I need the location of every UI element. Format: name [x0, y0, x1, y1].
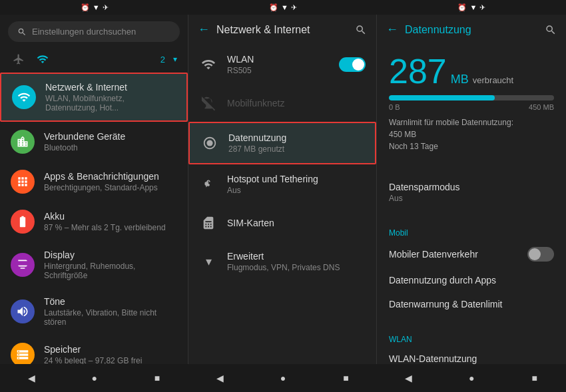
sidebar-item-network[interactable]: Netzwerk & Internet WLAN, Mobilfunknetz,… [0, 73, 188, 122]
warn-text: Warnlimit für mobile Datennutzung: [389, 118, 513, 127]
wlan-toggle[interactable] [339, 57, 366, 72]
sidebar-item-devices[interactable]: Verbundene Geräte Bluetooth [0, 122, 188, 162]
advanced-text: Erweitert Flugmodus, VPN, Privates DNS [227, 251, 366, 272]
sidebar-item-display[interactable]: Display Hintergrund, Ruhemodus, Schriftg… [0, 242, 188, 288]
status-bar-center: ⏰ ▼ ✈ [188, 3, 377, 12]
recents-nav-button-2[interactable]: ■ [335, 367, 356, 389]
status-bar-right: ⏰ ▼ ✈ [378, 3, 566, 12]
wlan-datausage-title: WLAN-Datennutzung [389, 353, 554, 364]
notification-badge: 2 [160, 55, 165, 65]
progress-max-label: 450 MB [529, 103, 554, 111]
settings-panel: Einstellungen durchsuchen 2 ▾ Netzwerk &… [0, 15, 188, 364]
datausage-icon [200, 134, 219, 152]
search-icon [17, 27, 27, 37]
storage-subtitle: 24 % belegt – 97,82 GB frei [44, 356, 142, 364]
back-nav-button-2[interactable]: ◀ [210, 367, 231, 389]
display-subtitle: Hintergrund, Ruhemodus, Schriftgröße [44, 262, 177, 280]
chevron-down-icon[interactable]: ▾ [173, 55, 177, 64]
progress-min-label: 0 B [389, 103, 400, 111]
wlan-text: WLAN RS505 [227, 54, 330, 75]
status-bar: ⏰ ▼ ✈ ⏰ ▼ ✈ ⏰ ▼ ✈ [0, 0, 566, 15]
home-nav-button-2[interactable]: ● [272, 367, 294, 389]
home-nav-button[interactable]: ● [84, 367, 105, 389]
nav-section-left: ◀ ● ■ [0, 367, 188, 389]
network-item-wlan[interactable]: WLAN RS505 [188, 45, 376, 85]
recents-nav-button-3[interactable]: ■ [524, 367, 545, 389]
devices-icon [11, 130, 35, 154]
sim-title: SIM-Karten [227, 218, 366, 228]
mobil-section-label: Mobil [377, 223, 566, 240]
network-item-advanced[interactable]: ▾ Erweitert Flugmodus, VPN, Privates DNS [188, 242, 376, 282]
network-panel-header: ← Netzwerk & Internet [188, 15, 376, 45]
mobile-data-row[interactable]: Mobiler Datenverkehr [377, 240, 566, 268]
settings-list: Netzwerk & Internet WLAN, Mobilfunknetz,… [0, 73, 188, 364]
datensparmodus-item[interactable]: Datensparmodus Aus [377, 175, 566, 210]
data-number: 287 [389, 54, 447, 89]
storage-icon [11, 343, 35, 364]
back-button[interactable]: ← [198, 23, 210, 37]
signal-icon-right: ▼ [469, 3, 477, 11]
wifi-icon-center: ✈ [291, 3, 297, 12]
back-nav-button[interactable]: ◀ [21, 367, 42, 389]
wlan-section-label: WLAN [377, 329, 566, 347]
network-text: Netzwerk & Internet WLAN, Mobilfunknetz,… [45, 82, 176, 112]
wlan-subtitle: RS505 [227, 66, 330, 75]
quick-icons-row: 2 ▾ [0, 49, 188, 73]
wifi-icon-right: ✈ [479, 3, 485, 12]
hotspot-icon [199, 175, 218, 194]
mobile-text: Mobilfunknetz [227, 98, 366, 108]
alarm-icon: ⏰ [81, 3, 90, 12]
data-usage-display: 287 MB verbraucht [389, 54, 554, 89]
datausage-header: ← Datennutzung [377, 15, 566, 45]
main-content: Einstellungen durchsuchen 2 ▾ Netzwerk &… [0, 15, 566, 364]
home-nav-button-3[interactable]: ● [461, 367, 482, 389]
warn-value: 450 MB [389, 130, 416, 139]
devices-text: Verbundene Geräte Bluetooth [44, 131, 125, 152]
sound-title: Töne [44, 296, 177, 307]
data-warning: Warnlimit für mobile Datennutzung: 450 M… [389, 116, 554, 152]
datennutzung-apps-item[interactable]: Datennutzung durch Apps [377, 268, 566, 292]
datausage-title: Datennutzung [228, 132, 364, 143]
network-subtitle: WLAN, Mobilfunknetz, Datennutzung, Hot..… [45, 94, 176, 112]
nav-section-center: ◀ ● ■ [188, 367, 377, 389]
panel2-search-icon[interactable] [355, 24, 367, 36]
network-quick-icon[interactable] [35, 51, 51, 67]
hotspot-subtitle: Aus [227, 186, 366, 195]
remain-days: Noch 13 Tage [389, 142, 438, 151]
back-nav-button-3[interactable]: ◀ [398, 367, 420, 389]
display-text: Display Hintergrund, Ruhemodus, Schriftg… [44, 250, 177, 280]
sidebar-item-apps[interactable]: Apps & Benachrichtigungen Berechtigungen… [0, 162, 188, 202]
apps-text: Apps & Benachrichtigungen Berechtigungen… [44, 171, 159, 192]
sidebar-item-storage[interactable]: Speicher 24 % belegt – 97,82 GB frei [0, 335, 188, 364]
datausage-back-button[interactable]: ← [386, 23, 398, 37]
datensparmodus-subtitle: Aus [389, 194, 554, 203]
data-label: verbraucht [473, 75, 513, 85]
wlan-icon [199, 55, 218, 74]
progress-bar: 0 B 450 MB [389, 95, 554, 111]
advanced-chevron: ▾ [199, 252, 218, 271]
hotspot-text: Hotspot und Tethering Aus [227, 174, 366, 195]
datausage-search-icon[interactable] [545, 24, 557, 36]
advanced-title: Erweitert [227, 251, 366, 262]
battery-subtitle: 87 % – Mehr als 2 Tg. verbleibend [44, 223, 166, 232]
wlan-datausage-item[interactable]: WLAN-Datennutzung Datennutzung im Zeitra… [377, 347, 566, 364]
network-item-hotspot[interactable]: Hotspot und Tethering Aus [188, 164, 376, 204]
wlan-title: WLAN [227, 54, 330, 65]
mobile-data-toggle[interactable] [527, 247, 554, 262]
datenwarnung-title: Datenwarnung & Datenlimit [389, 299, 554, 309]
display-title: Display [44, 250, 177, 260]
search-bar[interactable]: Einstellungen durchsuchen [8, 21, 180, 42]
sound-subtitle: Lautstärke, Vibration, Bitte nicht störe… [44, 308, 177, 327]
recents-nav-button[interactable]: ■ [146, 367, 168, 389]
network-item-datausage[interactable]: Datennutzung 287 MB genutzt [188, 122, 376, 164]
storage-text: Speicher 24 % belegt – 97,82 GB frei [44, 344, 142, 364]
network-title: Netzwerk & Internet [45, 82, 176, 93]
wifi-icon-left: ✈ [103, 3, 109, 12]
network-item-sim[interactable]: SIM-Karten [188, 204, 376, 242]
sidebar-item-sound[interactable]: Töne Lautstärke, Vibration, Bitte nicht … [0, 288, 188, 335]
datenwarnung-item[interactable]: Datenwarnung & Datenlimit [377, 292, 566, 316]
alarm-icon-center: ⏰ [269, 3, 278, 12]
airplane-quick-icon[interactable] [11, 51, 27, 67]
datensparmodus-title: Datensparmodus [389, 182, 554, 192]
sidebar-item-battery[interactable]: Akku 87 % – Mehr als 2 Tg. verbleibend [0, 202, 188, 242]
